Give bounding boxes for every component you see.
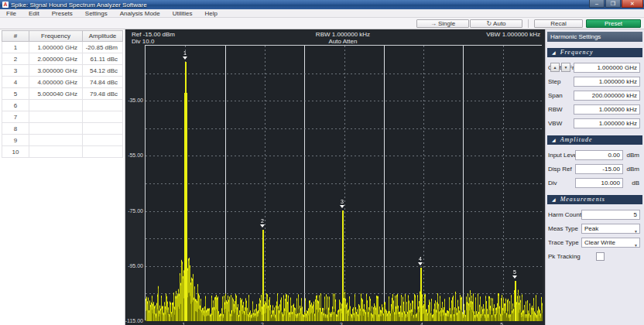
cell-n: 4 [2, 77, 29, 88]
field-meas-type: Meas Type Peak▼ [548, 222, 642, 234]
menu-item-utilities[interactable]: Utilities [166, 9, 199, 18]
col-header-frequency: Frequency [29, 31, 83, 42]
title-bar[interactable]: A Spike: Signal Hound Spectrum Analyzer … [0, 0, 644, 9]
cell-n: 10 [2, 146, 29, 158]
cell-frequency [29, 111, 83, 123]
trace-type-dropdown[interactable]: Clear Write▼ [581, 238, 640, 248]
spectrum-display[interactable]: Ref -15.00 dBm Div 10.0 RBW 1.000000 kHz… [125, 29, 545, 325]
cell-frequency: 2.000000 GHz [29, 53, 83, 65]
center-freq-input[interactable]: 1.000000 GHz [574, 63, 640, 73]
field-pk-tracking: Pk Tracking [548, 250, 642, 262]
cell-amplitude [83, 135, 123, 146]
cell-n: 9 [2, 135, 29, 146]
y-axis-label: -35.00 [128, 98, 143, 103]
single-button[interactable]: →Single [416, 19, 469, 28]
cell-frequency [29, 100, 83, 111]
cell-amplitude: -20.85 dBm [83, 42, 123, 53]
table-row[interactable]: 6 [2, 100, 123, 111]
field-vbw: VBW 1.000000 kHz [548, 117, 642, 129]
section-header-frequency[interactable]: ◢Frequency [547, 48, 642, 57]
harmonics-table-body: 11.000000 GHz-20.85 dBm22.000000 GHz61.1… [2, 42, 123, 158]
cell-frequency: 4.000000 GHz [29, 77, 83, 88]
vbw-readout: VBW 1.000000 kHz [486, 31, 540, 38]
x-axis-tick-label: 2 [261, 322, 264, 325]
rbw-input[interactable]: 1.000000 kHz [574, 104, 640, 115]
div-input[interactable]: 10.000 [575, 178, 623, 188]
application-window: A Spike: Signal Hound Spectrum Analyzer … [0, 0, 644, 325]
cell-n: 1 [2, 42, 29, 53]
cell-frequency: 1.000000 GHz [29, 42, 83, 53]
panel-title: Harmonic Settings [547, 32, 642, 42]
table-row[interactable]: 22.000000 GHz61.11 dBc [2, 53, 123, 65]
table-row[interactable]: 7 [2, 111, 123, 123]
collapse-icon: ◢ [552, 48, 557, 57]
rbw-readout: RBW 1.000000 kHz [316, 31, 370, 38]
center-freq-step-up-button[interactable]: ▲ [550, 63, 560, 72]
spectrum-trace-canvas[interactable] [146, 46, 543, 321]
table-row[interactable]: 10 [2, 146, 123, 158]
toolbar: →Single ↻Auto Recal Preset [0, 18, 644, 29]
center-freq-step-down-button[interactable]: ▼ [561, 63, 570, 72]
input-level-input[interactable]: 0.00 [575, 150, 623, 160]
field-trace-type: Trace Type Clear Write▼ [548, 236, 642, 248]
input-level-unit: dBm [627, 152, 639, 159]
vbw-input[interactable]: 1.000000 kHz [574, 118, 640, 128]
y-axis-label: -75.00 [128, 207, 143, 213]
auto-refresh-icon: ↻ [486, 20, 492, 27]
disp-ref-unit: dBm [627, 166, 639, 173]
col-header-index: # [2, 31, 29, 42]
y-axis-label: -115.00 [125, 318, 143, 323]
window-title: Spike: Signal Hound Spectrum Analyzer So… [11, 2, 147, 9]
field-div: Div dB 10.000 [548, 176, 642, 189]
x-axis-tick-label: 3 [340, 322, 343, 325]
maximize-button[interactable]: ❐ [605, 0, 621, 8]
meas-type-dropdown[interactable]: Peak▼ [581, 224, 640, 234]
field-span: Span 200.000000 kHz [548, 89, 642, 101]
table-row[interactable]: 55.000040 GHz79.48 dBc [2, 88, 123, 100]
cell-n: 3 [2, 65, 29, 77]
table-row[interactable]: 8 [2, 123, 123, 135]
div-readout: Div 10.0 [132, 38, 154, 45]
cell-amplitude [83, 123, 123, 135]
menu-item-presets[interactable]: Presets [46, 9, 79, 18]
field-disp-ref: Disp Ref dBm -15.00 [548, 162, 642, 175]
table-row[interactable]: 33.000000 GHz54.12 dBc [2, 65, 123, 77]
table-row[interactable]: 11.000000 GHz-20.85 dBm [2, 42, 123, 53]
menu-bar: FileEditPresetsSettingsAnalysis ModeUtil… [0, 9, 644, 18]
cell-amplitude: 79.48 dBc [83, 88, 123, 100]
table-row[interactable]: 9 [2, 135, 123, 146]
menu-item-help[interactable]: Help [199, 9, 224, 18]
atten-readout: Auto Atten [329, 38, 358, 45]
recal-button[interactable]: Recal [534, 19, 583, 28]
x-axis-tick-label: 5 [500, 322, 503, 325]
collapse-icon: ◢ [552, 135, 557, 145]
col-header-amplitude: Amplitude [83, 31, 123, 42]
table-row[interactable]: 44.000000 GHz74.84 dBc [2, 77, 123, 88]
step-input[interactable]: 1.000000 kHz [574, 77, 640, 87]
menu-item-analysis-mode[interactable]: Analysis Mode [114, 9, 166, 18]
preset-button[interactable]: Preset [586, 19, 641, 28]
menu-item-settings[interactable]: Settings [79, 9, 114, 18]
menu-item-edit[interactable]: Edit [22, 9, 46, 18]
harm-count-input[interactable]: 5 [581, 210, 640, 220]
collapse-icon: ◢ [552, 195, 557, 204]
cell-n: 6 [2, 100, 29, 111]
section-header-measurements[interactable]: ◢Measurements [547, 195, 642, 204]
field-step: Step 1.000000 kHz [548, 75, 642, 87]
x-axis-tick-label: 4 [420, 322, 423, 325]
field-center-freq: Center Freq ▲ ▼ 1.000000 GHz [548, 61, 642, 74]
cell-amplitude [83, 111, 123, 123]
pk-tracking-checkbox[interactable] [596, 252, 605, 261]
auto-button[interactable]: ↻Auto [470, 19, 522, 28]
cell-frequency [29, 135, 83, 146]
plot-area[interactable] [145, 45, 542, 320]
x-axis-tick-label: 1 [182, 322, 185, 325]
close-button[interactable]: ✕ [622, 0, 643, 8]
field-input-level: Input Level dBm 0.00 [548, 149, 642, 161]
span-input[interactable]: 200.000000 kHz [574, 91, 640, 101]
section-header-amplitude[interactable]: ◢Amplitude [547, 135, 642, 145]
menu-item-file[interactable]: File [0, 9, 22, 18]
disp-ref-input[interactable]: -15.00 [575, 164, 623, 174]
field-harm-count: Harm Count 5 [548, 208, 642, 221]
minimize-button[interactable]: – [589, 0, 605, 8]
